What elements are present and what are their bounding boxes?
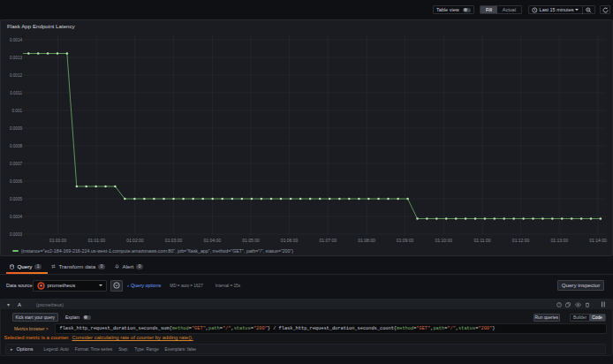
svg-text:01:07:00: 01:07:00 — [320, 238, 337, 243]
svg-text:01:00:00: 01:00:00 — [49, 238, 67, 243]
svg-text:01:03:00: 01:03:00 — [165, 238, 183, 243]
svg-text:01:04:00: 01:04:00 — [204, 238, 222, 243]
svg-text:01:02:00: 01:02:00 — [126, 238, 144, 243]
svg-text:01:11:00: 01:11:00 — [473, 238, 490, 243]
svg-text:01:14:00: 01:14:00 — [589, 238, 607, 243]
svg-text:01:08:00: 01:08:00 — [358, 238, 375, 243]
svg-text:01:13:00: 01:13:00 — [551, 238, 569, 243]
svg-text:01:05:00: 01:05:00 — [242, 238, 260, 243]
svg-text:0.0007: 0.0007 — [10, 162, 22, 166]
svg-text:0.0013: 0.0013 — [10, 56, 22, 60]
svg-text:0.0005: 0.0005 — [10, 197, 22, 201]
svg-text:0.0004: 0.0004 — [10, 215, 22, 219]
svg-text:0.0003: 0.0003 — [10, 232, 22, 237]
svg-text:01:10:00: 01:10:00 — [435, 238, 453, 243]
svg-text:0.0009: 0.0009 — [10, 126, 22, 131]
svg-text:0.0014: 0.0014 — [10, 38, 22, 42]
svg-text:01:12:00: 01:12:00 — [512, 238, 530, 243]
svg-text:01:06:00: 01:06:00 — [281, 238, 299, 243]
svg-text:01:01:00: 01:01:00 — [88, 238, 106, 243]
svg-text:0.0011: 0.0011 — [10, 91, 22, 95]
svg-text:0.0006: 0.0006 — [10, 179, 22, 184]
svg-text:01:09:00: 01:09:00 — [397, 238, 414, 243]
svg-text:0.0012: 0.0012 — [10, 73, 22, 78]
svg-text:0.001: 0.001 — [12, 109, 23, 113]
svg-text:?: ? — [558, 303, 560, 307]
svg-text:0.0008: 0.0008 — [10, 144, 22, 148]
